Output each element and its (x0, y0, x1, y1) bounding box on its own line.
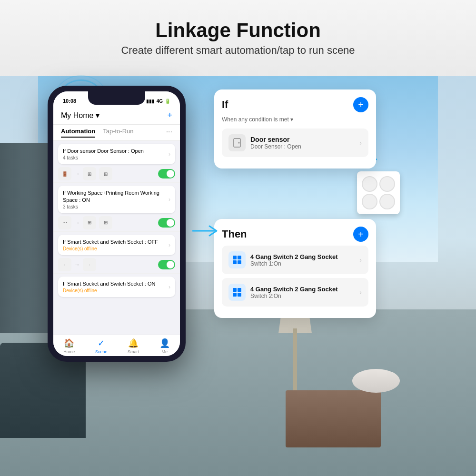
svg-rect-10 (238, 260, 241, 264)
door-sensor-chevron: › (359, 139, 362, 147)
room-table (286, 390, 381, 447)
phone-bottom-nav: 🏠 Home ✓ Scene 🔔 Smart 👤 Me (53, 335, 180, 356)
item-2-chevron: › (169, 196, 170, 203)
bottom-nav-home[interactable]: 🏠 Home (63, 338, 75, 354)
if-panel-subtitle[interactable]: When any condition is met ▾ (222, 116, 368, 123)
arrow-1: → (74, 170, 80, 177)
item-2-icons: ⋯ → ⊞ ⊞ (58, 216, 175, 229)
item-4-content: If Smart Socket and Switch Socket : ON D… (63, 280, 166, 293)
action-1-icon (228, 251, 246, 268)
automation-item-2[interactable]: If Working Space+Printing Room Working S… (58, 186, 175, 213)
phone-notch (88, 91, 145, 105)
me-icon: 👤 (159, 338, 170, 348)
toggle-2[interactable] (158, 218, 175, 228)
phone-nav-title[interactable]: My Home ▾ (61, 111, 99, 120)
action-1-title: 4 Gang Switch 2 Gang Socket (250, 253, 355, 260)
automation-item-1[interactable]: If Door sensor Door Sensor : Open 4 task… (58, 144, 175, 164)
signal-bars: ▮▮▮ (146, 99, 155, 104)
door-sensor-subtitle: Door Sensor : Open (250, 143, 355, 150)
smart-label: Smart (128, 349, 139, 354)
network-type: 4G (157, 99, 163, 104)
phone-content: If Door sensor Door Sensor : Open 4 task… (53, 141, 180, 335)
icon-grid-4: ⊞ (99, 216, 112, 229)
item-1-icons: 🚪 → ⊞ ⊞ (58, 167, 175, 180)
header-area: Linkage Function Create different smart … (0, 0, 476, 76)
phone-tabs: Automation Tap-to-Run ··· (53, 125, 180, 141)
svg-rect-7 (233, 256, 237, 259)
item-3-content: If Smart Socket and Switch Socket : OFF … (63, 238, 166, 251)
action-item-2[interactable]: 4 Gang Switch 2 Gang Socket Switch 2:On … (222, 278, 368, 307)
socket-btn-1 (362, 176, 377, 192)
item-3-chevron: › (169, 242, 170, 248)
svg-rect-9 (233, 260, 237, 264)
action-2-chevron: › (359, 288, 362, 296)
main-title: Linkage Function (155, 20, 321, 41)
action-2-icon (228, 284, 246, 301)
socket-btn-4 (379, 194, 395, 209)
divider-2 (53, 231, 180, 232)
condition-door-sensor[interactable]: Door sensor Door Sensor : Open › (222, 129, 368, 157)
action-2-content: 4 Gang Switch 2 Gang Socket Switch 2:On (250, 286, 355, 299)
item-2-subtitle: 3 tasks (63, 204, 166, 209)
socket-btn-3 (362, 194, 377, 209)
bottom-nav-me[interactable]: 👤 Me (159, 338, 170, 354)
phone-body: 10:08 ▮▮▮ 4G 🔋 My Home ▾ + Automation Ta… (48, 86, 186, 362)
action-item-1[interactable]: 4 Gang Switch 2 Gang Socket Switch 1:On … (222, 246, 368, 274)
sub-title: Create different smart automation/tap to… (121, 44, 355, 57)
arrow-connector (190, 224, 219, 241)
battery-icon: 🔋 (165, 99, 170, 104)
tabs-menu[interactable]: ··· (166, 128, 172, 138)
automation-item-3[interactable]: If Smart Socket and Switch Socket : OFF … (58, 235, 175, 255)
then-panel-header: Then + (222, 227, 368, 242)
bottom-nav-scene[interactable]: ✓ Scene (95, 338, 108, 354)
item-4-title: If Smart Socket and Switch Socket : ON (63, 280, 166, 287)
phone-screen: 10:08 ▮▮▮ 4G 🔋 My Home ▾ + Automation Ta… (53, 91, 180, 356)
action-1-chevron: › (359, 256, 362, 264)
toggle-1[interactable] (158, 169, 175, 178)
action-1-content: 4 Gang Switch 2 Gang Socket Switch 1:On (250, 253, 355, 267)
if-panel-title: If (222, 99, 228, 111)
then-panel-title: Then (222, 228, 247, 240)
item-1-chevron: › (169, 151, 170, 158)
home-label: Home (63, 349, 75, 354)
icon-dots-1: ⋯ (58, 216, 71, 229)
door-sensor-icon (228, 134, 246, 151)
tab-tap-to-run[interactable]: Tap-to-Run (103, 128, 133, 138)
then-add-button[interactable]: + (353, 227, 368, 242)
item-4-subtitle: Device(s) offline (63, 288, 166, 293)
tab-automation[interactable]: Automation (61, 128, 95, 138)
bottom-nav-smart[interactable]: 🔔 Smart (128, 338, 139, 354)
if-panel-header: If + (222, 97, 368, 112)
item-3-subtitle: Device(s) offline (63, 246, 166, 251)
smart-icon: 🔔 (128, 338, 139, 348)
item-2-title: If Working Space+Printing Room Working S… (63, 189, 166, 203)
phone-nav: My Home ▾ + (53, 107, 180, 125)
door-sensor-title: Door sensor (250, 136, 355, 143)
divider-3 (53, 273, 180, 274)
toggle-3[interactable] (158, 260, 175, 269)
icon-door: 🚪 (58, 167, 71, 180)
me-label: Me (161, 349, 168, 354)
wall-socket-device (357, 171, 400, 214)
item-1-title: If Door sensor Door Sensor : Open (63, 148, 166, 154)
svg-rect-14 (238, 293, 241, 297)
svg-rect-12 (238, 288, 241, 292)
item-3-title: If Smart Socket and Switch Socket : OFF (63, 238, 166, 245)
if-add-button[interactable]: + (353, 97, 368, 112)
icon-dot-sm: · (83, 258, 96, 271)
phone-container: 10:08 ▮▮▮ 4G 🔋 My Home ▾ + Automation Ta… (48, 86, 186, 362)
phone-status-right: ▮▮▮ 4G 🔋 (146, 99, 170, 104)
svg-rect-8 (238, 256, 241, 259)
item-2-content: If Working Space+Printing Room Working S… (63, 189, 166, 209)
item-1-content: If Door sensor Door Sensor : Open 4 task… (63, 148, 166, 160)
phone-add-btn[interactable]: + (167, 110, 172, 120)
item-4-chevron: › (169, 284, 170, 290)
home-icon: 🏠 (64, 338, 74, 348)
room-bowl (352, 369, 400, 393)
action-1-subtitle: Switch 1:On (250, 260, 355, 267)
automation-item-4[interactable]: If Smart Socket and Switch Socket : ON D… (58, 277, 175, 297)
svg-point-6 (238, 142, 240, 144)
icon-grid-1: ⊞ (83, 167, 96, 180)
socket-btn-2 (379, 176, 395, 192)
scene-label: Scene (95, 349, 108, 354)
